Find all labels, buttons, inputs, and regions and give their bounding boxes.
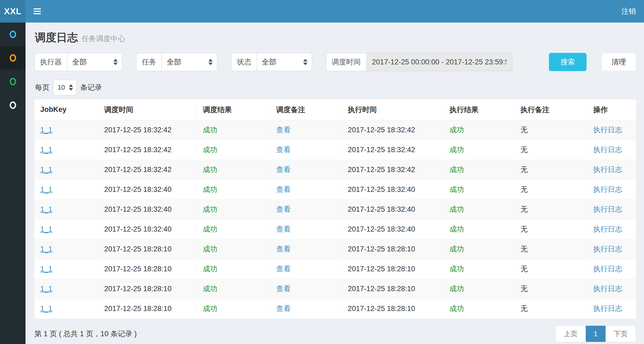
jobkey-link[interactable]: 1_1	[40, 245, 52, 253]
trigger-remark-link[interactable]: 查看	[276, 305, 291, 313]
current-page-button[interactable]: 1	[586, 326, 606, 342]
sidebar-item-2[interactable]	[0, 46, 26, 70]
trigger-result-cell: 成功	[203, 305, 217, 313]
trigger-result-cell: 成功	[203, 126, 217, 134]
table-cell: 1_1	[34, 140, 98, 160]
table-cell: 无	[514, 160, 587, 180]
exec-log-link[interactable]: 执行日志	[593, 126, 622, 134]
next-page-button[interactable]: 下页	[606, 326, 636, 342]
table-cell: 查看	[270, 299, 342, 319]
jobkey-link[interactable]: 1_1	[40, 185, 52, 193]
handle-time-cell: 2017-12-25 18:32:42	[348, 126, 415, 134]
status-filter-value: 全部	[262, 57, 276, 67]
jobkey-link[interactable]: 1_1	[40, 305, 52, 313]
sidebar-item-3[interactable]	[0, 70, 26, 93]
sidebar-item-4[interactable]	[0, 93, 26, 117]
exec-log-link[interactable]: 执行日志	[593, 205, 622, 213]
exec-log-link[interactable]: 执行日志	[593, 265, 622, 273]
clear-button[interactable]: 清理	[602, 53, 636, 71]
page-size-select[interactable]: 10	[53, 80, 77, 95]
table-cell: 1_1	[34, 160, 98, 180]
top-navbar: XXL 注销	[0, 0, 644, 23]
column-header: 执行时间	[342, 100, 444, 120]
content-area: 调度日志任务调度中心 执行器 全部 任务 全部 状态 全部	[26, 23, 644, 344]
exec-log-link[interactable]: 执行日志	[593, 185, 622, 193]
executor-filter-value: 全部	[72, 57, 87, 67]
table-cell: 成功	[443, 140, 514, 160]
jobkey-link[interactable]: 1_1	[40, 265, 52, 273]
table-cell: 2017-12-25 18:32:42	[98, 140, 197, 160]
table-footer: 第 1 页 ( 总共 1 页，10 条记录 ) 上页 1 下页	[34, 325, 636, 342]
page-header: 调度日志任务调度中心	[34, 23, 636, 51]
page-size-value: 10	[58, 84, 65, 91]
trigger-remark-link[interactable]: 查看	[276, 205, 291, 213]
table-cell: 执行日志	[587, 299, 636, 319]
handle-remark-cell: 无	[520, 166, 528, 174]
sidebar-toggle-button[interactable]	[26, 0, 49, 23]
handle-remark-cell: 无	[520, 146, 528, 154]
circle-icon	[10, 101, 16, 109]
trigger-remark-link[interactable]: 查看	[276, 285, 291, 293]
exec-log-link[interactable]: 执行日志	[593, 166, 622, 174]
page-size-suffix-label: 条记录	[80, 83, 102, 92]
sidebar-nav	[0, 23, 26, 344]
table-cell: 1_1	[34, 180, 98, 199]
jobkey-link[interactable]: 1_1	[40, 126, 52, 134]
pagination-summary: 第 1 页 ( 总共 1 页，10 条记录 )	[34, 329, 137, 339]
trigger-time-cell: 2017-12-25 18:32:40	[104, 225, 172, 233]
table-cell: 成功	[197, 180, 270, 199]
table-cell: 查看	[270, 140, 342, 160]
trigger-remark-link[interactable]: 查看	[276, 185, 291, 193]
table-cell: 执行日志	[587, 219, 636, 239]
trigger-remark-link[interactable]: 查看	[276, 126, 291, 134]
exec-log-link[interactable]: 执行日志	[593, 146, 622, 154]
exec-log-link[interactable]: 执行日志	[593, 305, 622, 313]
trigger-remark-link[interactable]: 查看	[276, 166, 291, 174]
jobkey-link[interactable]: 1_1	[40, 166, 52, 174]
app-logo[interactable]: XXL	[0, 0, 26, 23]
column-header: 调度时间	[98, 100, 197, 120]
trigger-remark-link[interactable]: 查看	[276, 225, 291, 233]
trigger-time-cell: 2017-12-25 18:28:10	[104, 305, 172, 313]
table-cell: 成功	[443, 239, 514, 259]
exec-log-link[interactable]: 执行日志	[593, 285, 622, 293]
exec-log-link[interactable]: 执行日志	[593, 245, 622, 253]
trigger-result-cell: 成功	[203, 225, 217, 233]
trigger-remark-link[interactable]: 查看	[276, 265, 291, 273]
handle-time-cell: 2017-12-25 18:28:10	[348, 265, 415, 273]
trigger-remark-link[interactable]: 查看	[276, 146, 291, 154]
exec-log-link[interactable]: 执行日志	[593, 225, 622, 233]
job-filter-value: 全部	[167, 57, 181, 67]
executor-filter-group: 执行器 全部	[34, 53, 122, 71]
trigger-remark-link[interactable]: 查看	[276, 245, 291, 253]
handle-result-cell: 成功	[450, 265, 464, 273]
table-cell: 执行日志	[587, 279, 636, 299]
jobkey-link[interactable]: 1_1	[40, 146, 52, 154]
jobkey-link[interactable]: 1_1	[40, 285, 52, 293]
handle-result-cell: 成功	[450, 146, 464, 154]
executor-filter-select[interactable]: 全部	[67, 53, 122, 71]
table-cell: 成功	[443, 299, 514, 319]
trigger-time-range-input[interactable]	[366, 53, 512, 71]
table-cell: 1_1	[34, 199, 98, 219]
status-filter-select[interactable]: 全部	[257, 53, 312, 71]
logout-link[interactable]: 注销	[613, 0, 644, 23]
job-filter-select[interactable]: 全部	[162, 53, 217, 71]
select-arrows-icon	[303, 59, 307, 65]
table-cell: 查看	[270, 239, 342, 259]
handle-result-cell: 成功	[450, 245, 464, 253]
table-cell: 1_1	[34, 299, 98, 319]
table-row: 1_12017-12-25 18:32:40成功查看2017-12-25 18:…	[34, 219, 636, 239]
table-cell: 成功	[197, 219, 270, 239]
handle-result-cell: 成功	[450, 285, 464, 293]
sidebar-item-1[interactable]	[0, 23, 26, 46]
jobkey-link[interactable]: 1_1	[40, 205, 52, 213]
handle-result-cell: 成功	[450, 166, 464, 174]
table-cell: 成功	[443, 259, 514, 279]
search-button[interactable]: 搜索	[549, 53, 587, 71]
jobkey-link[interactable]: 1_1	[40, 225, 52, 233]
pagination: 上页 1 下页	[555, 325, 636, 342]
trigger-time-cell: 2017-12-25 18:32:42	[104, 166, 172, 174]
table-cell: 2017-12-25 18:28:10	[98, 299, 197, 319]
prev-page-button[interactable]: 上页	[556, 326, 586, 342]
